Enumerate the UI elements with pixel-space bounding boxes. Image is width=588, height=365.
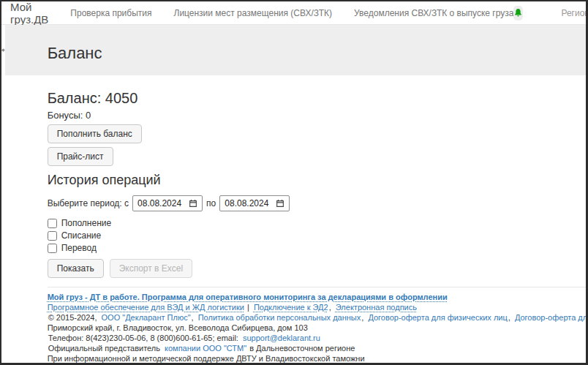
period-label: Выберите период: с [48, 198, 129, 208]
topup-balance-button[interactable]: Пополнить баланс [48, 124, 142, 143]
bell-icon [513, 8, 523, 18]
writeoff-checkbox-label[interactable]: Списание [61, 230, 102, 241]
content-area: Баланс: 4050 Бонусы: 0 Пополнить баланс … [5, 75, 588, 364]
brand-logo[interactable]: Мой груз.ДВ [10, 1, 48, 26]
footer-comma: , [361, 313, 363, 322]
transfer-checkbox-label[interactable]: Перевод [61, 243, 97, 253]
footer: Мой груз - ДТ в работе. Программа для оп… [48, 293, 588, 364]
topup-checkbox[interactable] [48, 219, 57, 228]
footer-ed2-link[interactable]: Подключение к ЭД2 [254, 303, 328, 312]
nav-item-notifications[interactable]: Уведомления СВХ/ЗТК о выпуске груза [354, 8, 513, 18]
bonus-amount: Бонусы: 0 [48, 110, 588, 121]
region-label: Регион: [561, 8, 588, 18]
writeoff-checkbox[interactable] [48, 231, 57, 241]
copyright-text: © 2015-2024, [48, 313, 97, 322]
filter-row-topup: Пополнение [48, 218, 588, 228]
footer-stm-company-link[interactable]: компании ООО "СТМ" [165, 344, 246, 353]
actions-row: Показать Экспорт в Excel [48, 259, 588, 278]
operation-type-filters: Пополнение Списание Перевод [48, 218, 588, 253]
export-excel-button: Экспорт в Excel [110, 259, 192, 278]
calendar-icon[interactable] [276, 199, 284, 208]
top-navbar: Мой груз.ДВ Проверка прибытия Лицензии м… [1, 1, 586, 25]
notifications-bell-button[interactable] [513, 6, 523, 20]
footer-headline-link[interactable]: Мой груз - ДТ в работе. Программа для оп… [48, 293, 448, 301]
calendar-icon[interactable] [189, 199, 197, 208]
footer-comma: , [192, 313, 194, 322]
footer-phone-text: Телефон: 8(423)230-05-06, 8 (800)600-61-… [48, 334, 238, 342]
footer-comma: , [508, 313, 510, 322]
main-column: Баланс Баланс: 4050 Бонусы: 0 Пополнить … [5, 25, 588, 364]
period-filter: Выберите период: с 08.08.2024 по 08.08.2… [48, 195, 588, 211]
footer-software-link[interactable]: Программное обеспечение для ВЭД и ЖД лог… [48, 303, 244, 312]
region-selector[interactable]: Регион: Дальний Восток (ДВТУ) ▼ [561, 8, 588, 18]
date-to-value: 08.08.2024 [225, 198, 268, 208]
history-section-title: История операций [48, 173, 588, 188]
footer-comma: , [329, 303, 331, 312]
page-header: Баланс [5, 25, 588, 75]
nav-item-arrival-check[interactable]: Проверка прибытия [70, 8, 151, 18]
footer-privacy-link[interactable]: Политика обработки персональных данных [198, 313, 361, 322]
footer-email-link[interactable]: support@deklarant.ru [243, 334, 320, 342]
filter-row-transfer: Перевод [48, 243, 588, 253]
footer-representative-text: Официальный представитель [48, 344, 160, 353]
pricelist-button[interactable]: Прайс-лист [48, 147, 113, 166]
footer-representative-suffix: в Дальневосточном регионе [249, 344, 355, 353]
filter-row-writeoff: Списание [48, 230, 588, 241]
nav-item-licenses[interactable]: Лицензии мест размещения (СВХ/ЗТК) [174, 8, 333, 18]
page-title: Баланс [48, 44, 588, 63]
date-from-value: 08.08.2024 [137, 198, 181, 208]
page-layout: ◆ Баланс Баланс: 4050 Бонусы: 0 Пополнит… [1, 25, 586, 364]
topup-checkbox-label[interactable]: Пополнение [61, 218, 112, 228]
footer-address: Приморский край, г. Владивосток, ул. Все… [48, 323, 588, 334]
footer-separator: | [247, 303, 249, 312]
period-to-label: по [206, 198, 216, 208]
footer-signature-link[interactable]: Электронная подпись [336, 303, 417, 312]
footer-company-link[interactable]: ООО "Декларант Плюс" [102, 313, 191, 322]
footer-divider [48, 287, 588, 287]
nav-links: Проверка прибытия Лицензии мест размещен… [70, 8, 513, 18]
date-from-input[interactable]: 08.08.2024 [132, 195, 203, 211]
transfer-checkbox[interactable] [48, 244, 57, 253]
date-to-input[interactable]: 08.08.2024 [219, 195, 290, 211]
balance-amount: Баланс: 4050 [48, 90, 588, 107]
app-window: Мой груз.ДВ Проверка прибытия Лицензии м… [0, 0, 588, 365]
show-button[interactable]: Показать [48, 259, 104, 278]
footer-offer-legal-link[interactable]: Договор-оферта для юридических лиц [515, 313, 588, 322]
footer-support-text: При информационной и методической поддер… [48, 354, 588, 364]
footer-offer-individuals-link[interactable]: Договор-оферта для физических лиц [368, 313, 507, 322]
